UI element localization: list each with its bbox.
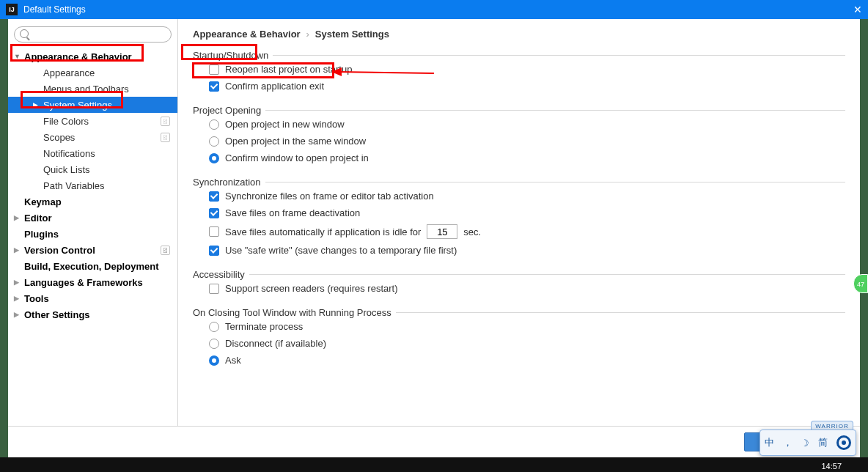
radio-icon[interactable]	[209, 136, 219, 147]
section-startup: Startup/Shutdown	[193, 50, 845, 61]
tree-appearance[interactable]: Appearance	[8, 64, 177, 81]
app-icon: IJ	[6, 4, 18, 15]
tree-path-variables[interactable]: Path Variables	[8, 177, 177, 193]
taskbar-clock: 14:57	[821, 462, 842, 471]
search-wrap	[8, 25, 177, 48]
scope-badge-icon: ⍃	[161, 133, 170, 142]
caret-right-icon: ▶	[33, 101, 40, 108]
breadcrumb-sep-icon: ›	[306, 29, 309, 40]
tree-appearance-behavior[interactable]: ▼Appearance & Behavior	[8, 48, 177, 64]
tree-file-colors[interactable]: File Colors⍃	[8, 113, 177, 129]
tree-version-control[interactable]: ▶Version Control⍃	[8, 242, 177, 258]
close-icon[interactable]: ✕	[853, 4, 862, 15]
caret-right-icon: ▶	[14, 311, 21, 318]
tree-build[interactable]: Build, Execution, Deployment	[8, 258, 177, 274]
caret-down-icon: ▼	[14, 53, 21, 60]
ime-toolbar[interactable]: 中 ， ☽ 简	[760, 429, 856, 456]
caret-right-icon: ▶	[14, 295, 21, 302]
checkbox-icon[interactable]	[209, 246, 219, 256]
tree-plugins[interactable]: Plugins	[8, 226, 177, 242]
checkbox-icon[interactable]	[209, 208, 219, 218]
opt-safe-write[interactable]: Use "safe write" (save changes to a temp…	[193, 242, 845, 259]
tree-scopes[interactable]: Scopes⍃	[8, 129, 177, 145]
content-panel: Appearance & Behavior › System Settings …	[178, 19, 860, 426]
radio-icon[interactable]	[209, 322, 219, 332]
ime-zhong[interactable]: 中	[765, 436, 774, 449]
opt-confirm-window[interactable]: Confirm window to open project in	[193, 150, 845, 166]
settings-tree: ▼Appearance & Behavior Appearance Menus …	[8, 48, 177, 426]
opt-reopen-last[interactable]: Reopen last project on startup	[193, 61, 845, 78]
opt-confirm-exit[interactable]: Confirm application exit	[193, 78, 845, 95]
opt-sync-files[interactable]: Synchronize files on frame or editor tab…	[193, 188, 845, 204]
tree-editor[interactable]: ▶Editor	[8, 210, 177, 226]
caret-right-icon: ▶	[14, 214, 21, 221]
radio-icon[interactable]	[209, 153, 219, 163]
checkbox-icon[interactable]	[209, 191, 219, 202]
radio-icon[interactable]	[209, 339, 219, 349]
opt-terminate[interactable]: Terminate process	[193, 318, 845, 335]
tree-menus-toolbars[interactable]: Menus and Toolbars	[8, 81, 177, 97]
ime-moon-icon[interactable]: ☽	[801, 438, 809, 449]
search-icon	[20, 29, 29, 38]
caret-right-icon: ▶	[14, 246, 21, 254]
tree-keymap[interactable]: Keymap	[8, 193, 177, 210]
checkbox-icon[interactable]	[209, 64, 219, 75]
tree-system-settings[interactable]: ▶System Settings	[8, 97, 177, 113]
title-bar: IJ Default Settings ✕	[0, 0, 868, 19]
opt-save-idle[interactable]: Save files automatically if application …	[193, 221, 845, 242]
window-title: Default Settings	[23, 4, 86, 15]
radio-icon[interactable]	[209, 119, 219, 130]
ime-comma[interactable]: ，	[783, 436, 792, 449]
sidebar: ▼Appearance & Behavior Appearance Menus …	[8, 19, 178, 426]
ime-jian[interactable]: 简	[818, 436, 828, 449]
opt-open-same-window[interactable]: Open project in the same window	[193, 133, 845, 150]
breadcrumb: Appearance & Behavior › System Settings	[193, 28, 845, 40]
section-accessibility: Accessibility	[193, 269, 845, 280]
section-closing-tool-window: On Closing Tool Window with Running Proc…	[193, 307, 845, 318]
side-bubble[interactable]: 47	[853, 274, 868, 293]
tree-quick-lists[interactable]: Quick Lists	[8, 161, 177, 177]
caret-right-icon: ▶	[14, 279, 21, 286]
scope-badge-icon: ⍃	[161, 117, 170, 126]
opt-ask[interactable]: Ask	[193, 352, 845, 369]
settings-dialog: ▼Appearance & Behavior Appearance Menus …	[8, 19, 860, 457]
breadcrumb-current: System Settings	[315, 29, 389, 40]
opt-open-new-window[interactable]: Open project in new window	[193, 116, 845, 133]
opt-disconnect[interactable]: Disconnect (if available)	[193, 335, 845, 352]
checkbox-icon[interactable]	[209, 226, 219, 237]
tree-notifications[interactable]: Notifications	[8, 145, 177, 161]
opt-save-deactivation[interactable]: Save files on frame deactivation	[193, 204, 845, 221]
section-project-opening: Project Opening	[193, 105, 845, 116]
tree-languages[interactable]: ▶Languages & Frameworks	[8, 274, 177, 290]
tree-tools[interactable]: ▶Tools	[8, 290, 177, 306]
scope-badge-icon: ⍃	[161, 246, 170, 255]
ime-ring-icon[interactable]	[836, 435, 851, 450]
breadcrumb-parent: Appearance & Behavior	[193, 29, 301, 40]
checkbox-icon[interactable]	[209, 284, 219, 294]
taskbar[interactable]	[0, 457, 868, 472]
dialog-footer: OK Cancel	[8, 426, 860, 457]
search-input[interactable]	[14, 26, 172, 43]
tree-other-settings[interactable]: ▶Other Settings	[8, 306, 177, 322]
section-synchronization: Synchronization	[193, 177, 845, 188]
radio-icon[interactable]	[209, 355, 219, 366]
checkbox-icon[interactable]	[209, 81, 219, 92]
opt-screen-readers[interactable]: Support screen readers (requires restart…	[193, 280, 845, 297]
idle-seconds-input[interactable]	[427, 224, 457, 239]
